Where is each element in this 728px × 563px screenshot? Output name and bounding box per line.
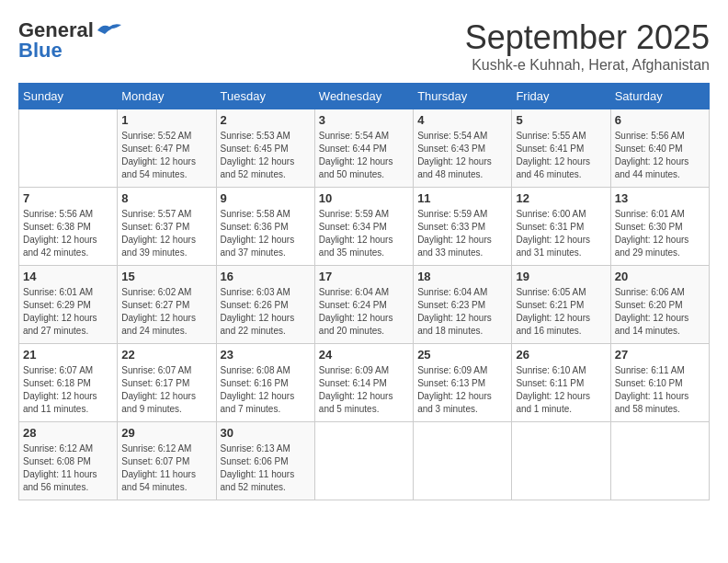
day-number: 5 xyxy=(516,113,606,127)
day-detail: Sunrise: 6:09 AMSunset: 6:14 PMDaylight:… xyxy=(319,364,409,416)
page-header: General Blue September 2025 Kushk-e Kuhn… xyxy=(18,18,710,74)
day-number: 8 xyxy=(121,191,211,205)
calendar-day-cell: 11Sunrise: 5:59 AMSunset: 6:33 PMDayligh… xyxy=(414,188,512,266)
calendar-day-cell: 6Sunrise: 5:56 AMSunset: 6:40 PMDaylight… xyxy=(610,109,709,188)
calendar-day-cell: 14Sunrise: 6:01 AMSunset: 6:29 PMDayligh… xyxy=(19,266,118,344)
calendar-day-cell: 12Sunrise: 6:00 AMSunset: 6:31 PMDayligh… xyxy=(512,188,610,266)
day-detail: Sunrise: 5:54 AMSunset: 6:44 PMDaylight:… xyxy=(319,130,409,181)
day-detail: Sunrise: 6:08 AMSunset: 6:16 PMDaylight:… xyxy=(221,364,311,416)
day-number: 23 xyxy=(221,348,311,362)
day-number: 7 xyxy=(23,191,113,205)
calendar-day-cell: 22Sunrise: 6:07 AMSunset: 6:17 PMDayligh… xyxy=(118,344,216,422)
weekday-header-row: SundayMondayTuesdayWednesdayThursdayFrid… xyxy=(19,84,710,109)
day-detail: Sunrise: 6:01 AMSunset: 6:30 PMDaylight:… xyxy=(615,208,705,259)
calendar-day-cell xyxy=(19,109,118,188)
day-number: 4 xyxy=(417,113,507,127)
weekday-header: Saturday xyxy=(610,84,709,109)
title-block: September 2025 Kushk-e Kuhnah, Herat, Af… xyxy=(465,18,710,74)
calendar-week-row: 21Sunrise: 6:07 AMSunset: 6:18 PMDayligh… xyxy=(19,344,710,422)
logo-blue-text: Blue xyxy=(18,39,63,63)
day-detail: Sunrise: 6:12 AMSunset: 6:08 PMDaylight:… xyxy=(23,442,113,494)
logo: General Blue xyxy=(18,18,123,63)
day-detail: Sunrise: 6:01 AMSunset: 6:29 PMDaylight:… xyxy=(23,286,113,338)
day-number: 2 xyxy=(221,113,311,127)
day-number: 14 xyxy=(23,270,113,283)
weekday-header: Sunday xyxy=(19,84,118,109)
weekday-header: Wednesday xyxy=(314,84,413,109)
day-number: 18 xyxy=(417,270,507,283)
logo-bird-icon xyxy=(96,21,123,40)
day-detail: Sunrise: 6:00 AMSunset: 6:31 PMDaylight:… xyxy=(516,208,606,259)
calendar-day-cell: 28Sunrise: 6:12 AMSunset: 6:08 PMDayligh… xyxy=(19,422,118,500)
calendar-day-cell: 20Sunrise: 6:06 AMSunset: 6:20 PMDayligh… xyxy=(610,266,709,344)
calendar-day-cell: 27Sunrise: 6:11 AMSunset: 6:10 PMDayligh… xyxy=(610,344,709,422)
day-detail: Sunrise: 5:59 AMSunset: 6:34 PMDaylight:… xyxy=(319,208,409,259)
calendar-day-cell: 26Sunrise: 6:10 AMSunset: 6:11 PMDayligh… xyxy=(512,344,610,422)
calendar-day-cell: 23Sunrise: 6:08 AMSunset: 6:16 PMDayligh… xyxy=(216,344,314,422)
calendar-day-cell: 2Sunrise: 5:53 AMSunset: 6:45 PMDaylight… xyxy=(216,109,314,188)
day-number: 11 xyxy=(417,191,507,205)
calendar-day-cell: 10Sunrise: 5:59 AMSunset: 6:34 PMDayligh… xyxy=(314,188,413,266)
day-number: 3 xyxy=(319,113,409,127)
location-title: Kushk-e Kuhnah, Herat, Afghanistan xyxy=(465,57,710,74)
day-detail: Sunrise: 6:12 AMSunset: 6:07 PMDaylight:… xyxy=(121,442,211,494)
day-number: 20 xyxy=(615,270,705,283)
day-number: 16 xyxy=(221,270,311,283)
calendar-day-cell: 21Sunrise: 6:07 AMSunset: 6:18 PMDayligh… xyxy=(19,344,118,422)
day-detail: Sunrise: 5:53 AMSunset: 6:45 PMDaylight:… xyxy=(221,130,311,181)
day-number: 30 xyxy=(221,426,311,440)
calendar-day-cell xyxy=(414,422,512,500)
day-number: 24 xyxy=(319,348,409,362)
day-detail: Sunrise: 5:55 AMSunset: 6:41 PMDaylight:… xyxy=(516,130,606,181)
calendar-day-cell: 25Sunrise: 6:09 AMSunset: 6:13 PMDayligh… xyxy=(414,344,512,422)
calendar-day-cell xyxy=(512,422,610,500)
calendar-day-cell: 18Sunrise: 6:04 AMSunset: 6:23 PMDayligh… xyxy=(414,266,512,344)
day-number: 12 xyxy=(516,191,606,205)
day-number: 28 xyxy=(23,426,113,440)
day-number: 6 xyxy=(615,113,705,127)
day-detail: Sunrise: 6:03 AMSunset: 6:26 PMDaylight:… xyxy=(221,286,311,338)
calendar-table: SundayMondayTuesdayWednesdayThursdayFrid… xyxy=(18,83,710,500)
day-detail: Sunrise: 5:56 AMSunset: 6:38 PMDaylight:… xyxy=(23,208,113,259)
calendar-day-cell: 16Sunrise: 6:03 AMSunset: 6:26 PMDayligh… xyxy=(216,266,314,344)
day-number: 17 xyxy=(319,270,409,283)
weekday-header: Thursday xyxy=(414,84,512,109)
calendar-day-cell: 19Sunrise: 6:05 AMSunset: 6:21 PMDayligh… xyxy=(512,266,610,344)
day-detail: Sunrise: 5:59 AMSunset: 6:33 PMDaylight:… xyxy=(417,208,507,259)
day-detail: Sunrise: 5:58 AMSunset: 6:36 PMDaylight:… xyxy=(221,208,311,259)
calendar-week-row: 14Sunrise: 6:01 AMSunset: 6:29 PMDayligh… xyxy=(19,266,710,344)
day-number: 25 xyxy=(417,348,507,362)
day-detail: Sunrise: 6:09 AMSunset: 6:13 PMDaylight:… xyxy=(417,364,507,416)
calendar-day-cell: 15Sunrise: 6:02 AMSunset: 6:27 PMDayligh… xyxy=(118,266,216,344)
weekday-header: Friday xyxy=(512,84,610,109)
calendar-day-cell: 3Sunrise: 5:54 AMSunset: 6:44 PMDaylight… xyxy=(314,109,413,188)
calendar-day-cell: 7Sunrise: 5:56 AMSunset: 6:38 PMDaylight… xyxy=(19,188,118,266)
calendar-day-cell: 13Sunrise: 6:01 AMSunset: 6:30 PMDayligh… xyxy=(610,188,709,266)
day-detail: Sunrise: 5:56 AMSunset: 6:40 PMDaylight:… xyxy=(615,130,705,181)
calendar-day-cell: 24Sunrise: 6:09 AMSunset: 6:14 PMDayligh… xyxy=(314,344,413,422)
calendar-day-cell: 9Sunrise: 5:58 AMSunset: 6:36 PMDaylight… xyxy=(216,188,314,266)
day-detail: Sunrise: 6:11 AMSunset: 6:10 PMDaylight:… xyxy=(615,364,705,416)
day-number: 1 xyxy=(121,113,211,127)
day-number: 15 xyxy=(121,270,211,283)
day-number: 27 xyxy=(615,348,705,362)
day-number: 22 xyxy=(121,348,211,362)
calendar-day-cell: 4Sunrise: 5:54 AMSunset: 6:43 PMDaylight… xyxy=(414,109,512,188)
calendar-day-cell: 30Sunrise: 6:13 AMSunset: 6:06 PMDayligh… xyxy=(216,422,314,500)
weekday-header: Tuesday xyxy=(216,84,314,109)
day-detail: Sunrise: 6:05 AMSunset: 6:21 PMDaylight:… xyxy=(516,286,606,338)
calendar-day-cell xyxy=(610,422,709,500)
calendar-day-cell: 8Sunrise: 5:57 AMSunset: 6:37 PMDaylight… xyxy=(118,188,216,266)
day-detail: Sunrise: 6:10 AMSunset: 6:11 PMDaylight:… xyxy=(516,364,606,416)
day-detail: Sunrise: 6:06 AMSunset: 6:20 PMDaylight:… xyxy=(615,286,705,338)
calendar-day-cell: 29Sunrise: 6:12 AMSunset: 6:07 PMDayligh… xyxy=(118,422,216,500)
day-detail: Sunrise: 5:57 AMSunset: 6:37 PMDaylight:… xyxy=(121,208,211,259)
day-number: 29 xyxy=(121,426,211,440)
day-detail: Sunrise: 6:07 AMSunset: 6:17 PMDaylight:… xyxy=(121,364,211,416)
calendar-day-cell xyxy=(314,422,413,500)
day-detail: Sunrise: 5:52 AMSunset: 6:47 PMDaylight:… xyxy=(121,130,211,181)
day-detail: Sunrise: 6:04 AMSunset: 6:23 PMDaylight:… xyxy=(417,286,507,338)
calendar-day-cell: 1Sunrise: 5:52 AMSunset: 6:47 PMDaylight… xyxy=(118,109,216,188)
day-detail: Sunrise: 6:04 AMSunset: 6:24 PMDaylight:… xyxy=(319,286,409,338)
calendar-day-cell: 17Sunrise: 6:04 AMSunset: 6:24 PMDayligh… xyxy=(314,266,413,344)
